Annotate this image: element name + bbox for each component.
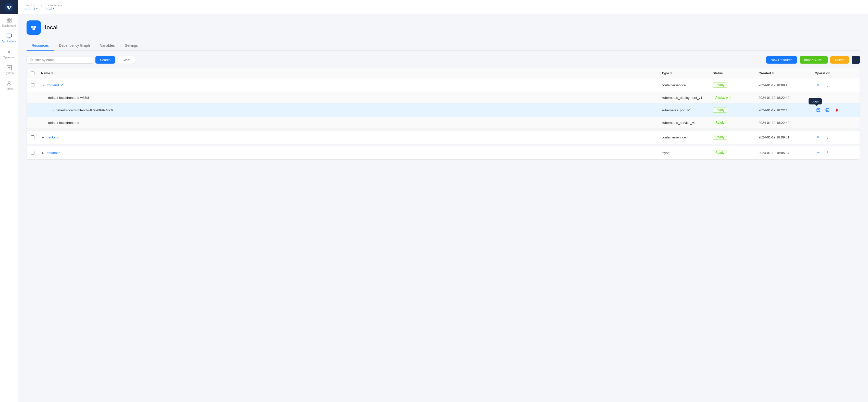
more-actions-icon[interactable]: ⋮ [824,82,831,89]
new-resource-button[interactable]: New Resource [766,56,797,64]
project-name: default [25,7,35,11]
row-status-cell: Ready [713,108,758,113]
row-checkbox-cell [31,83,41,87]
resource-name: default-local/frontend-w87sl [48,96,89,99]
resource-name: default-local/frontend [48,121,79,125]
environment-selector[interactable]: local ▾ [45,7,62,11]
svg-rect-4 [7,18,8,20]
expand-icon[interactable]: ▶ [41,135,45,139]
header-type: Type ⇅ [661,71,713,75]
resource-name-link[interactable]: database [47,151,60,155]
status-badge: Ready [713,120,727,125]
search-button[interactable]: Search [95,56,115,64]
header-status: Status [713,71,758,75]
table-row: ▶ backend containerservice Ready 2024-01… [27,131,860,144]
project-selector[interactable]: default ▾ [25,7,37,11]
topbar-environments-section: Environments local ▾ [45,4,62,11]
edit-icon[interactable]: ✏ [815,82,822,89]
external-link-icon[interactable]: ↗ [60,83,63,87]
import-yaml-button[interactable]: Import YAML [800,56,828,64]
row-name-cell: ▾ frontend ↗ [41,83,661,87]
edit-icon[interactable]: ✏ [815,134,822,141]
env-icon [27,21,41,35]
row-checkbox[interactable] [31,151,34,154]
environment-name: local [45,7,52,11]
tab-dependency-graph[interactable]: Dependency Graph [54,41,95,51]
row-checkbox-cell [31,135,41,139]
row-type-cell: containerservice [661,83,713,87]
more-actions-icon[interactable]: ⋮ [824,149,831,156]
tab-settings[interactable]: Settings [120,41,143,51]
row-type-cell: kubernetes_deployment_v1 [661,96,713,99]
main-wrapper: Projects default ▾ / Environments local … [19,0,868,402]
row-checkbox[interactable] [31,83,34,87]
status-badge: Ready [713,135,727,140]
header-checkbox-cell [31,71,41,75]
name-sort-icon: ⇅ [51,72,53,75]
svg-rect-8 [7,34,11,37]
search-box [27,56,93,64]
svg-rect-7 [9,21,11,22]
sidebar-item-dashboard[interactable]: Dashboard [0,14,18,30]
resource-name: default-local/frontend-w87sl-6fb994dc6..… [56,108,116,112]
more-button[interactable]: ⋯ [852,56,860,64]
sidebar-item-label: Dashboard [2,24,16,27]
row-name-cell: ▶ database [41,151,661,155]
row-created-cell: 2024-01-19 18:22:40 [758,121,815,125]
sidebar-item-label: Applications [2,40,17,43]
row-spacer [27,128,860,131]
row-checkbox[interactable] [31,135,34,139]
row-type-cell: kubernetes_pod_v1 [661,108,713,112]
delete-button[interactable]: Delete [830,56,849,64]
resources-table: Name ⇅ Type ⇅ Status Created ⇅ Operation [27,68,860,160]
more-icon: ⋯ [854,57,858,62]
resource-name-link[interactable]: frontend [47,83,59,87]
resource-name-link[interactable]: backend [47,135,59,139]
row-type-cell: mysql [661,151,713,155]
row-name-cell: ↳ default-local/frontend-w87sl-6fb994dc6… [41,108,661,112]
svg-point-9 [8,51,10,53]
clear-button[interactable]: Clear [118,56,135,64]
row-name-cell: ▶ backend [41,135,661,139]
logs-icon[interactable] [815,107,822,114]
row-name-cell: default-local/frontend [41,121,661,125]
tab-resources[interactable]: Resources [27,41,54,51]
edit-icon[interactable]: ✏ [815,149,822,156]
sidebar-item-applications[interactable]: Applications [0,30,18,46]
sidebar-item-system[interactable]: System [0,62,18,78]
expand-icon[interactable]: ▶ [41,151,45,155]
sidebar-item-operation[interactable]: Operation [0,46,18,62]
expand-icon[interactable]: ▾ [41,83,45,87]
row-created-cell: 2024-01-19 18:22:40 [758,108,815,112]
more-actions-icon[interactable]: ⋮ [824,134,831,141]
content: local Resources Dependency Graph Variabl… [19,14,868,402]
row-created-cell: 2024-01-19 18:05:04 [758,151,815,155]
row-created-cell: 2024-01-19 18:09:18 [758,83,815,87]
row-status-cell: Ready [713,135,758,140]
row-name-cell: default-local/frontend-w87sl [41,96,661,99]
row-checkbox-cell [31,151,41,154]
table-row: default-local/frontend-w87sl kubernetes_… [27,92,860,104]
table-row: default-local/frontend kubernetes_servic… [27,117,860,128]
row-status-cell: Available [713,95,758,100]
project-chevron-icon: ▾ [36,7,37,10]
toolbar: Search Clear New Resource Import YAML De… [27,56,860,64]
topbar: Projects default ▾ / Environments local … [19,0,868,14]
env-header: local [27,21,860,35]
search-input[interactable] [35,58,90,62]
select-all-checkbox[interactable] [31,71,34,75]
header-operation: Operation [815,71,856,75]
sidebar-item-users[interactable]: Users [0,78,18,93]
row-created-cell: 2024-01-19 18:22:40 [758,96,815,99]
row-actions: ✏ ⋮ [815,149,856,156]
sidebar-item-label: System [4,71,14,75]
row-status-cell: Ready [713,150,758,155]
row-status-cell: Ready [713,120,758,125]
svg-point-0 [5,3,13,11]
toolbar-right: New Resource Import YAML Delete ⋯ [766,56,860,64]
env-title: local [45,24,58,31]
tab-variables[interactable]: Variables [95,41,120,51]
sidebar: Dashboard Applications Operation System … [0,0,19,402]
status-badge: Ready [713,108,727,113]
tabs: Resources Dependency Graph Variables Set… [27,41,860,51]
